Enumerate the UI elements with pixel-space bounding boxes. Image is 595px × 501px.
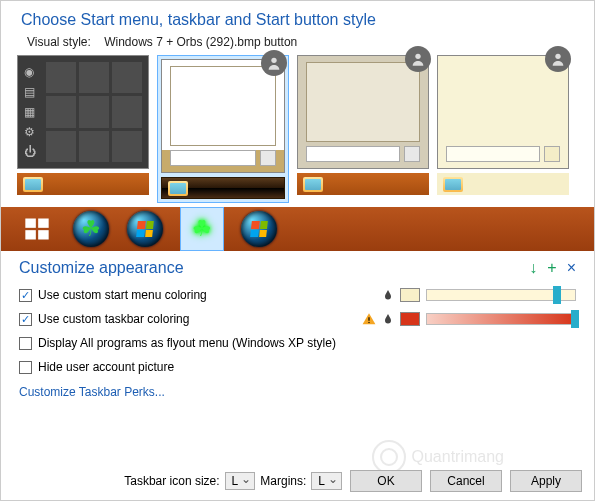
power-icon: ⏻ bbox=[24, 146, 42, 158]
folder-icon bbox=[443, 177, 463, 192]
clover-blue-orb[interactable]: ☘ bbox=[73, 211, 109, 247]
warning-icon bbox=[362, 312, 376, 326]
add-icon[interactable]: + bbox=[547, 259, 556, 277]
customize-title: Customize appearance bbox=[19, 259, 529, 277]
opt-label: Hide user account picture bbox=[38, 360, 174, 374]
checkbox[interactable]: ✓ bbox=[19, 289, 32, 302]
opt-label: Use custom taskbar coloring bbox=[38, 312, 189, 326]
preview-flatglass bbox=[297, 55, 429, 169]
opt-flyout-menu[interactable]: Display All programs as flyout menu (Win… bbox=[19, 331, 576, 355]
svg-rect-6 bbox=[38, 230, 48, 239]
cancel-button[interactable]: Cancel bbox=[430, 470, 502, 492]
flat-windows-orb[interactable] bbox=[19, 211, 55, 247]
download-icon[interactable]: ↓ bbox=[529, 259, 537, 277]
checkbox[interactable] bbox=[19, 337, 32, 350]
svg-point-0 bbox=[271, 58, 276, 63]
windows-flag-icon bbox=[136, 221, 154, 237]
windows-flag-icon bbox=[250, 221, 268, 237]
taskbar-preview bbox=[17, 173, 149, 195]
checkbox[interactable] bbox=[19, 361, 32, 374]
style-thumbnails: ◉ ▤ ▦ ⚙ ⏻ bbox=[1, 55, 594, 203]
win7-default-orb[interactable] bbox=[127, 211, 163, 247]
svg-rect-7 bbox=[368, 317, 369, 321]
header: Choose Start menu, taskbar and Start but… bbox=[1, 1, 594, 33]
ink-drop-icon[interactable] bbox=[382, 313, 394, 325]
neon-clover-orb[interactable]: ☘ bbox=[181, 208, 223, 250]
apply-button[interactable]: Apply bbox=[510, 470, 582, 492]
checkbox[interactable]: ✓ bbox=[19, 313, 32, 326]
taskbar-preview bbox=[297, 173, 429, 195]
avatar-icon bbox=[545, 46, 571, 72]
opt-label: Use custom start menu coloring bbox=[38, 288, 207, 302]
folder-icon bbox=[23, 177, 43, 192]
style-thumb-flatglass[interactable] bbox=[297, 55, 429, 195]
visual-style-value: Windows 7 + Orbs (292).bmp button bbox=[104, 35, 297, 49]
clover-neon-icon: ☘ bbox=[192, 216, 212, 242]
style-thumb-win7[interactable] bbox=[157, 55, 289, 203]
svg-point-1 bbox=[415, 54, 420, 59]
style-thumb-plain[interactable] bbox=[437, 55, 569, 195]
orb-row: ☘ ☘ bbox=[1, 207, 594, 251]
win-flag-glass-orb[interactable] bbox=[241, 211, 277, 247]
customize-taskbar-perks-link[interactable]: Customize Taskbar Perks... bbox=[19, 385, 165, 399]
visual-style-label: Visual style: bbox=[27, 35, 91, 49]
svg-rect-4 bbox=[38, 219, 48, 228]
style-thumb-win8[interactable]: ◉ ▤ ▦ ⚙ ⏻ bbox=[17, 55, 149, 195]
page-title: Choose Start menu, taskbar and Start but… bbox=[21, 11, 574, 29]
visual-style-row: Visual style: Windows 7 + Orbs (292).bmp… bbox=[1, 33, 594, 55]
folder-icon bbox=[303, 177, 323, 192]
opt-start-menu-coloring[interactable]: ✓ Use custom start menu coloring bbox=[19, 283, 576, 307]
opt-taskbar-coloring[interactable]: ✓ Use custom taskbar coloring bbox=[19, 307, 576, 331]
preview-win8: ◉ ▤ ▦ ⚙ ⏻ bbox=[17, 55, 149, 169]
taskbar-preview bbox=[161, 177, 285, 199]
icon-size-select[interactable]: L bbox=[225, 472, 256, 490]
doc-icon: ▤ bbox=[24, 86, 42, 98]
clover-icon: ☘ bbox=[81, 216, 101, 242]
svg-rect-8 bbox=[368, 322, 369, 323]
preview-plain bbox=[437, 55, 569, 169]
opacity-slider[interactable] bbox=[426, 289, 576, 301]
svg-rect-5 bbox=[25, 230, 35, 239]
folder-icon bbox=[168, 181, 188, 196]
footer-bar: Taskbar icon size: L Margins: L OK Cance… bbox=[13, 470, 582, 492]
customize-appearance-section: Customize appearance ↓ + × ✓ Use custom … bbox=[1, 251, 594, 399]
taskbar-preview bbox=[437, 173, 569, 195]
opacity-slider[interactable] bbox=[426, 313, 576, 325]
avatar-icon bbox=[405, 46, 431, 72]
pic-icon: ▦ bbox=[24, 106, 42, 118]
preview-win7 bbox=[161, 59, 285, 173]
svg-point-2 bbox=[555, 54, 560, 59]
ink-drop-icon[interactable] bbox=[382, 289, 394, 301]
ok-button[interactable]: OK bbox=[350, 470, 422, 492]
opt-hide-user-pic[interactable]: Hide user account picture bbox=[19, 355, 576, 379]
avatar-icon bbox=[261, 50, 287, 76]
gear-icon: ⚙ bbox=[24, 126, 42, 138]
margins-label: Margins: bbox=[260, 474, 306, 488]
color-swatch[interactable] bbox=[400, 288, 420, 302]
margins-select[interactable]: L bbox=[311, 472, 342, 490]
icon-size-label: Taskbar icon size: bbox=[124, 474, 219, 488]
svg-rect-3 bbox=[25, 219, 35, 228]
close-icon[interactable]: × bbox=[567, 259, 576, 277]
color-swatch[interactable] bbox=[400, 312, 420, 326]
opt-label: Display All programs as flyout menu (Win… bbox=[38, 336, 336, 350]
watermark: Quantrimang bbox=[372, 440, 505, 474]
user-icon: ◉ bbox=[24, 66, 42, 78]
